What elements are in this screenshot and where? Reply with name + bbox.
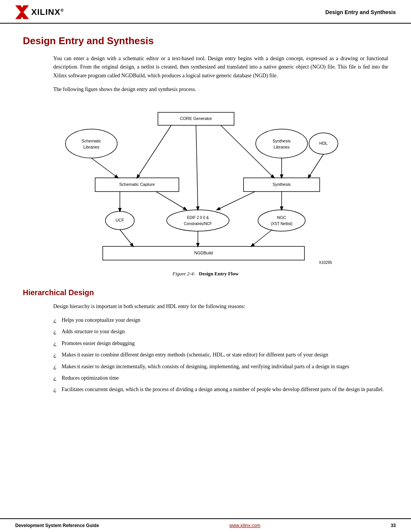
- xilinx-logo: XILINX®: [15, 5, 64, 19]
- core-generator-box: CORE Generator: [158, 112, 234, 125]
- svg-point-9: [258, 210, 305, 231]
- xilinx-logo-text: XILINX®: [31, 7, 64, 17]
- list-item: ¿ Reduces optimization time: [53, 374, 388, 382]
- edif-ellipse: EDIF 2 0 0 & Constraints/NCF: [167, 210, 229, 231]
- page-footer: Development System Reference Guide www.x…: [0, 518, 411, 532]
- bullet-text-5: Makes it easier to design incrementally,…: [62, 363, 349, 371]
- bullet-text-4: Makes it easier to combine different des…: [62, 351, 328, 359]
- bullet-char: ¿: [53, 328, 58, 336]
- bullet-text-2: Adds structure to your design: [62, 328, 125, 336]
- svg-line-11: [137, 125, 171, 178]
- list-item: ¿ Helps you conceptualize your design: [53, 316, 388, 324]
- ngdbuild-label: NGDBuild: [194, 250, 213, 255]
- edif-label2: Constraints/NCF: [184, 221, 212, 225]
- figure-container: CORE Generator Schematic Libraries Synth…: [23, 105, 388, 277]
- footer-left: Development System Reference Guide: [15, 523, 99, 528]
- svg-line-13: [196, 125, 198, 210]
- synthesis-label: Synthesis: [272, 182, 291, 186]
- bullet-text-6: Reduces optimization time: [62, 374, 119, 382]
- xilinx-logo-icon: [15, 5, 29, 19]
- list-item: ¿ Makes it easier to combine different d…: [53, 351, 388, 359]
- list-item: ¿ Facilitates concurrent design, which i…: [53, 385, 388, 394]
- ucf-label: UCF: [116, 217, 124, 222]
- svg-marker-0: [15, 5, 29, 19]
- hdl-label: HDL: [319, 141, 328, 145]
- synthesis-libraries-ellipse: Synthesis Libraries: [256, 129, 307, 158]
- bullet-char: ¿: [53, 316, 58, 324]
- ngc-label1: NGC: [277, 215, 287, 219]
- list-item: ¿ Adds structure to your design: [53, 328, 388, 336]
- ngdbuild-box: NGDBuild: [103, 246, 304, 260]
- page-title: Design Entry and Synthesis: [23, 35, 388, 47]
- figure-id-label: X10295: [319, 260, 332, 265]
- schematic-capture-label: Schematic Capture: [119, 182, 155, 186]
- synthesis-libraries-label2: Libraries: [274, 144, 290, 149]
- figure-caption: Figure 2-4: Design Entry Flow: [172, 271, 239, 277]
- intro-paragraph-2: The following figure shows the design en…: [53, 85, 388, 94]
- bullet-text-7: Facilitates concurrent design, which is …: [62, 385, 384, 394]
- schematic-capture-box: Schematic Capture: [95, 178, 179, 192]
- svg-point-2: [65, 129, 117, 158]
- bullet-char: ¿: [53, 351, 58, 359]
- diagram-area: CORE Generator Schematic Libraries Synth…: [57, 105, 354, 267]
- svg-line-18: [156, 192, 186, 210]
- svg-line-14: [91, 158, 118, 178]
- svg-point-8: [167, 210, 229, 231]
- svg-line-23: [251, 230, 272, 246]
- edif-label1: EDIF 2 0 0 &: [187, 215, 209, 219]
- svg-line-21: [120, 230, 133, 246]
- figure-caption-prefix: Figure 2-4:: [172, 271, 195, 276]
- schematic-libraries-label: Schematic: [81, 138, 101, 143]
- footer-center: www.xilinx.com: [229, 523, 260, 528]
- ngc-ellipse: NGC (XST Netlist): [258, 210, 305, 231]
- page-content: Design Entry and Synthesis You can enter…: [0, 24, 411, 409]
- synthesis-box: Synthesis: [244, 178, 320, 192]
- bullet-text-3: Promotes easier design debugging: [62, 339, 135, 348]
- list-item: ¿ Promotes easier design debugging: [53, 339, 388, 348]
- svg-point-3: [256, 129, 307, 158]
- intro-paragraph-1: You can enter a design with a schematic …: [53, 54, 388, 80]
- bullet-char: ¿: [53, 339, 58, 348]
- ucf-ellipse: UCF: [105, 211, 134, 230]
- ngc-label2: (XST Netlist): [271, 221, 293, 225]
- bullet-list: ¿ Helps you conceptualize your design ¿ …: [53, 316, 388, 394]
- bullet-char: ¿: [53, 374, 58, 382]
- hdl-ellipse: HDL: [309, 133, 338, 154]
- svg-line-20: [217, 192, 255, 210]
- svg-line-16: [308, 154, 323, 178]
- bullet-char: ¿: [53, 385, 58, 394]
- page-header: XILINX® Design Entry and Synthesis: [0, 0, 411, 24]
- header-title: Design Entry and Synthesis: [325, 9, 396, 15]
- figure-caption-label: Design Entry Flow: [199, 271, 239, 276]
- bullet-char: ¿: [53, 363, 58, 371]
- schematic-libraries-ellipse: Schematic Libraries: [65, 129, 117, 158]
- design-flow-diagram: CORE Generator Schematic Libraries Synth…: [57, 105, 354, 265]
- footer-right: 33: [391, 523, 396, 528]
- bullet-text-1: Helps you conceptualize your design: [62, 316, 140, 324]
- list-item: ¿ Makes it easier to design incrementall…: [53, 363, 388, 371]
- section-heading-hierarchical: Hierarchical Design: [23, 288, 388, 297]
- section-intro: Design hierarchy is important in both sc…: [53, 302, 388, 311]
- synthesis-libraries-label: Synthesis: [272, 138, 291, 143]
- schematic-libraries-label2: Libraries: [83, 144, 100, 149]
- core-generator-label: CORE Generator: [180, 116, 212, 120]
